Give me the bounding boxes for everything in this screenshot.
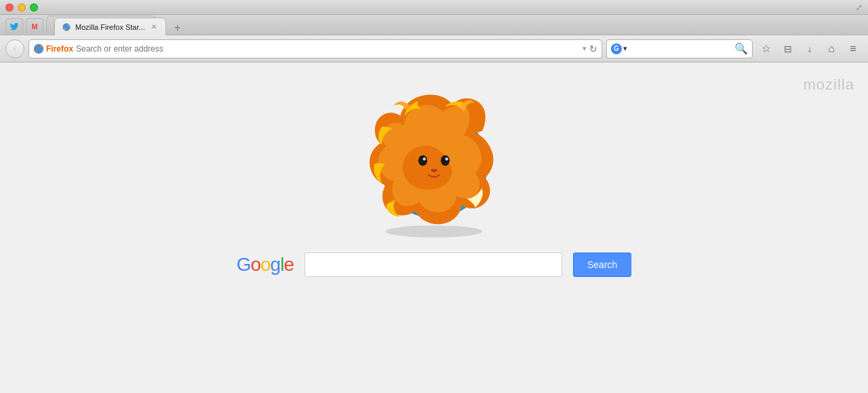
address-bar[interactable]: Firefox ▾ ↻ xyxy=(28,39,602,58)
address-input[interactable] xyxy=(76,44,580,54)
tab-bar: M m Home of the Mozill... ✕ Mozilla Fire… xyxy=(0,15,868,35)
back-button[interactable]: ‹ xyxy=(5,39,24,58)
firefox-logo-svg xyxy=(359,90,509,239)
google-search-icon: G xyxy=(611,43,622,54)
google-search-section: Google Search xyxy=(237,252,632,277)
main-content: mozilla xyxy=(0,62,868,393)
bookmark-list-button[interactable]: ⊟ xyxy=(778,39,797,58)
tabs-row: Mozilla Firefox Star... ✕ + xyxy=(0,15,868,35)
google-search-button[interactable]: Search xyxy=(573,252,631,277)
search-bar[interactable]: G ▾ 🔍 xyxy=(606,39,753,58)
traffic-lights xyxy=(5,3,38,12)
bookmark-icon: ⊟ xyxy=(784,43,792,54)
svg-point-4 xyxy=(418,155,427,166)
reload-icon[interactable]: ↻ xyxy=(589,43,597,54)
svg-point-8 xyxy=(386,225,483,238)
google-logo: Google xyxy=(237,254,294,276)
firefox-small-icon xyxy=(33,43,44,54)
title-bar: ⤢ xyxy=(0,0,868,15)
download-icon: ↓ xyxy=(808,43,812,54)
star-icon: ☆ xyxy=(762,42,771,55)
mozilla-watermark: mozilla xyxy=(804,76,854,94)
tab-firefox-close[interactable]: ✕ xyxy=(149,22,159,32)
search-engine-selector[interactable]: G ▾ xyxy=(611,43,627,54)
svg-point-7 xyxy=(446,157,448,160)
home-button[interactable]: ⌂ xyxy=(822,39,841,58)
toolbar-actions: ☆ ⊟ ↓ ⌂ ≡ xyxy=(757,39,863,58)
tab-firefox-label: Mozilla Firefox Star... xyxy=(75,23,145,31)
google-search-input[interactable] xyxy=(304,252,562,277)
svg-point-6 xyxy=(423,157,426,160)
search-magnifier-icon[interactable]: 🔍 xyxy=(734,42,748,55)
firefox-label: Firefox xyxy=(46,44,73,54)
minimize-button[interactable] xyxy=(18,3,26,12)
toolbar: ‹ Firefox ▾ ↻ G ▾ 🔍 ☆ ⊟ ↓ xyxy=(0,35,868,62)
google-o1: o xyxy=(250,254,260,275)
new-tab-button[interactable]: + xyxy=(169,20,186,35)
back-icon: ‹ xyxy=(14,43,17,54)
menu-button[interactable]: ≡ xyxy=(844,39,863,58)
dropdown-chevron: ▾ xyxy=(623,44,627,53)
maximize-button[interactable] xyxy=(30,3,38,12)
svg-point-5 xyxy=(441,155,450,166)
firefox-badge: Firefox xyxy=(33,43,73,54)
home-icon: ⌂ xyxy=(828,43,835,55)
toolbar-search-input[interactable] xyxy=(630,44,732,54)
tab-firefox-favicon xyxy=(62,22,71,32)
bookmark-star-button[interactable]: ☆ xyxy=(757,39,776,58)
google-g2: g xyxy=(271,254,281,275)
google-o2: o xyxy=(260,254,271,275)
close-button[interactable] xyxy=(5,3,14,12)
svg-point-1 xyxy=(34,43,43,53)
google-g: G xyxy=(237,254,251,275)
fullscreen-icon[interactable]: ⤢ xyxy=(856,3,863,12)
tab-firefox-start[interactable]: Mozilla Firefox Star... ✕ xyxy=(54,18,166,35)
download-button[interactable]: ↓ xyxy=(800,39,819,58)
menu-icon: ≡ xyxy=(850,43,856,55)
firefox-logo xyxy=(359,90,509,239)
google-e: e xyxy=(283,254,294,275)
dropdown-icon[interactable]: ▾ xyxy=(583,44,587,53)
